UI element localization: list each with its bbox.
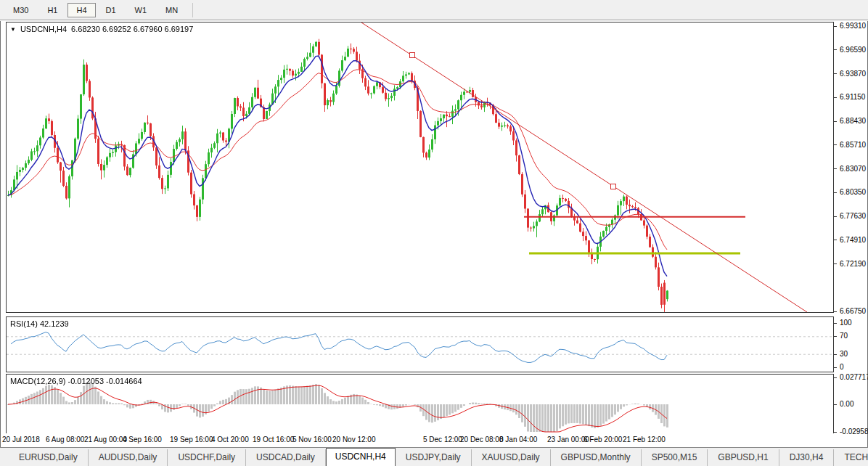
timeframe-button-w1[interactable]: W1	[126, 3, 156, 17]
price-axis-label: 6.96590	[834, 46, 866, 54]
time-axis-label: 21 Aug 00:00	[84, 436, 127, 443]
toolbar-divider	[192, 3, 193, 17]
time-axis-label: 6 Aug 08:00	[46, 436, 84, 443]
chart-header: ▼ USDCNH,H4 6.68230 6.69252 6.67960 6.69…	[10, 25, 193, 33]
terminal-window: M30H1H4D1W1MN ▼ USDCNH,H4 6.68230 6.6925…	[0, 0, 868, 466]
price-axis-label: 6.80350	[834, 188, 866, 196]
chart-tab-gbpusd-monthly[interactable]: GBPUSD,Monthly	[551, 449, 642, 466]
price-axis-label: 6.99310	[834, 22, 866, 30]
price-axis-label: 6.85710	[834, 141, 866, 149]
price-axis-label: 6.88430	[834, 117, 866, 125]
chart-tab-gbpusd-h1[interactable]: GBPUSD,H1	[708, 449, 779, 466]
price-axis-label: 6.72190	[834, 260, 866, 268]
time-axis-label: 19 Oct 16:00	[253, 436, 294, 443]
macd-axis-label: 0.027717	[834, 373, 868, 381]
price-pane[interactable]: ▼ USDCNH,H4 6.68230 6.69252 6.67960 6.69…	[6, 22, 834, 313]
macd-indicator-label: MACD(12,26,9) -0.012053 -0.014664	[10, 377, 142, 385]
rsi-indicator-label: RSI(14) 42.1239	[10, 319, 69, 328]
time-axis-label: 19 Sep 16:00	[170, 436, 213, 443]
timeframe-button-group: M30H1H4D1W1MN	[4, 3, 188, 17]
chart-ohlc-values: 6.68230 6.69252 6.67960 6.69197	[71, 25, 193, 33]
rsi-axis-label: 70	[834, 332, 848, 340]
chart-tab-usdcad-daily[interactable]: USDCAD,Daily	[246, 449, 326, 466]
time-axis-label: 20 Jul 2018	[2, 436, 40, 443]
price-axis-label: 6.77630	[834, 212, 866, 220]
price-axis-label: 6.74910	[834, 236, 866, 244]
time-scale[interactable]: 20 Jul 20186 Aug 08:0021 Aug 00:004 Sep …	[1, 433, 834, 446]
time-axis-label: 20 Dec 08:00	[460, 436, 504, 443]
rsi-axis-label: 30	[834, 350, 848, 358]
timeframe-button-mn[interactable]: MN	[157, 3, 187, 17]
chart-tab-tech100-h1[interactable]: TECH100,H1	[834, 449, 868, 466]
chart-tab-xauusd-daily[interactable]: XAUUSD,Daily	[472, 449, 551, 466]
time-axis-label: 5 Nov 16:00	[292, 436, 332, 443]
rsi-pane[interactable]: RSI(14) 42.1239	[6, 316, 834, 372]
time-axis-label: 4 Oct 20:00	[211, 436, 249, 443]
time-axis-label: 6 Feb 20:00	[584, 436, 622, 443]
macd-axis-label: 0.00	[834, 400, 853, 408]
rsi-chart-canvas[interactable]	[7, 317, 833, 372]
chart-tab-usdcnh-h4[interactable]: USDCNH,H4	[326, 448, 396, 466]
time-axis-label: 20 Nov 12:00	[332, 436, 376, 443]
chart-tab-eurusd-daily[interactable]: EURUSD,Daily	[9, 449, 89, 466]
timeframe-button-h4[interactable]: H4	[67, 3, 95, 17]
chart-symbol-label: USDCNH,H4	[20, 25, 67, 33]
time-axis-label: 21 Feb 12:00	[623, 436, 666, 443]
time-axis-label: 4 Sep 16:00	[123, 436, 162, 443]
chart-window: ▼ USDCNH,H4 6.68230 6.69252 6.67960 6.69…	[0, 21, 868, 447]
timeframe-toolbar: M30H1H4D1W1MN	[0, 0, 868, 20]
time-axis-label: 5 Dec 12:00	[423, 436, 462, 443]
price-chart-canvas[interactable]	[7, 23, 833, 312]
chart-tab-sp500-m15[interactable]: SP500,M15	[642, 449, 708, 466]
price-axis-label: 6.91150	[834, 93, 865, 101]
chart-tab-usdjpy-daily[interactable]: USDJPY,Daily	[396, 449, 472, 466]
macd-pane[interactable]: MACD(12,26,9) -0.012053 -0.014664	[6, 374, 834, 434]
symbol-dropdown-icon[interactable]: ▼	[10, 26, 16, 33]
macd-axis-label: -0.029587	[834, 428, 868, 436]
price-axis-label: 6.83070	[834, 165, 866, 173]
chart-tab-usdchf-daily[interactable]: USDCHF,Daily	[168, 449, 246, 466]
rsi-axis-label: 0	[834, 363, 844, 371]
chart-tabs: EURUSD,DailyAUDUSD,DailyUSDCHF,DailyUSDC…	[9, 448, 868, 466]
timeframe-button-m30[interactable]: M30	[4, 3, 37, 17]
time-axis-label: 8 Jan 04:00	[499, 436, 537, 443]
timeframe-button-d1[interactable]: D1	[97, 3, 125, 17]
price-scale[interactable]: 6.69197 6.993106.965906.938706.911506.88…	[834, 21, 868, 447]
chart-tab-audusd-daily[interactable]: AUDUSD,Daily	[89, 449, 168, 466]
rsi-axis-label: 100	[834, 319, 852, 327]
timeframe-button-h1[interactable]: H1	[38, 3, 66, 17]
price-axis-label: 6.66750	[834, 307, 866, 315]
price-axis-label: 6.93870	[834, 70, 866, 78]
chart-tab-dj30-h4[interactable]: DJ30,H4	[779, 449, 835, 466]
chart-tab-bar: EURUSD,DailyAUDUSD,DailyUSDCHF,DailyUSDC…	[0, 447, 868, 466]
